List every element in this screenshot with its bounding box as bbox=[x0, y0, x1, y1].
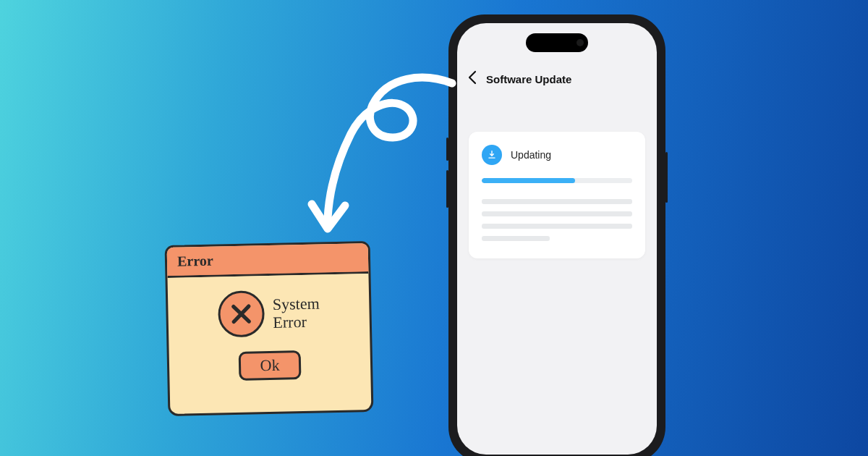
phone-volume-button bbox=[446, 138, 448, 161]
error-titlebar: Error bbox=[167, 243, 369, 278]
ok-button[interactable]: Ok bbox=[239, 350, 302, 381]
error-message-line: System bbox=[273, 294, 320, 313]
error-title: Error bbox=[177, 253, 213, 270]
placeholder-line bbox=[482, 199, 632, 204]
camera-dot-icon bbox=[576, 39, 584, 46]
update-row: Updating bbox=[482, 145, 632, 165]
placeholder-line bbox=[482, 211, 632, 216]
update-card: Updating bbox=[469, 132, 645, 258]
progress-bar bbox=[482, 178, 632, 183]
back-chevron-icon[interactable] bbox=[467, 70, 477, 88]
download-icon bbox=[482, 145, 502, 165]
curly-arrow-icon bbox=[264, 65, 474, 253]
update-status-label: Updating bbox=[511, 149, 551, 161]
phone-volume-button bbox=[446, 170, 448, 208]
phone-screen: Software Update Updating bbox=[457, 23, 657, 455]
error-body: System Error Ok bbox=[168, 274, 372, 414]
phone-power-button bbox=[665, 152, 668, 203]
nav-bar: Software Update bbox=[457, 65, 657, 93]
placeholder-line bbox=[482, 224, 632, 229]
error-message: System Error bbox=[273, 294, 320, 332]
ok-button-label: Ok bbox=[260, 356, 279, 376]
phone-mockup: Software Update Updating bbox=[448, 14, 665, 456]
page-title: Software Update bbox=[486, 73, 571, 85]
error-x-icon bbox=[217, 290, 264, 337]
error-dialog: Error System Error Ok bbox=[165, 241, 374, 416]
error-message-line: Error bbox=[273, 313, 320, 332]
progress-fill bbox=[482, 178, 575, 183]
dynamic-island bbox=[526, 33, 588, 52]
placeholder-line bbox=[482, 236, 550, 241]
